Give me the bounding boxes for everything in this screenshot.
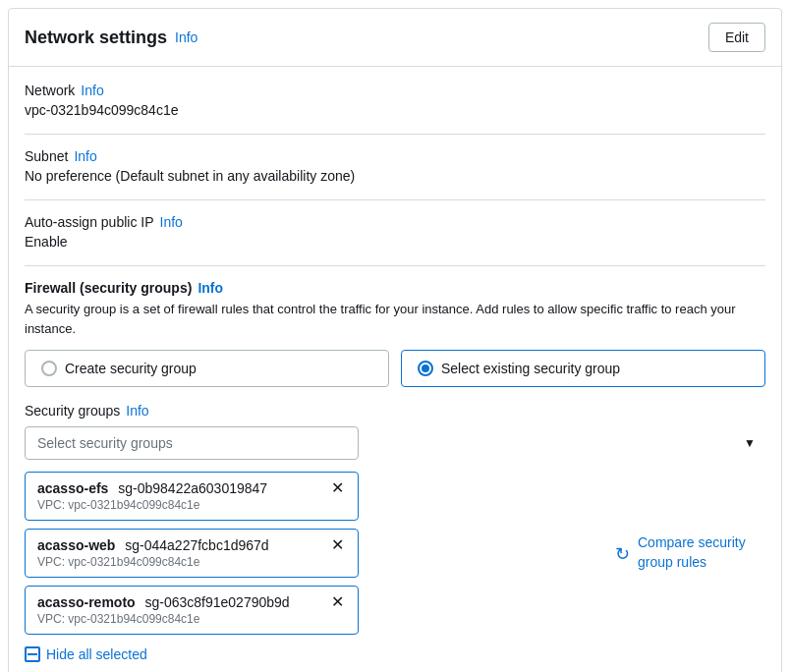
sg-name-id: acasso-web sg-044a227fcbc1d967d: [37, 537, 269, 553]
sg-name-3: acasso-remoto: [37, 594, 136, 610]
svg-rect-0: [28, 653, 37, 655]
select-security-group-option[interactable]: Select existing security group: [401, 350, 765, 387]
sg-item-row: acasso-web sg-044a227fcbc1d967d ✕: [37, 537, 346, 553]
subnet-field: Subnet Info No preference (Default subne…: [25, 148, 765, 184]
sg-item-row: acasso-efs sg-0b98422a603019847 ✕: [37, 480, 346, 496]
security-groups-info-link[interactable]: Info: [126, 403, 148, 419]
edit-button[interactable]: Edit: [708, 23, 765, 52]
security-groups-label: Security groups Info: [25, 403, 765, 419]
network-value: vpc-0321b94c099c84c1e: [25, 102, 765, 118]
sg-remove-button-2[interactable]: ✕: [329, 537, 346, 553]
compare-security-group-rules-link[interactable]: Compare security group rules: [638, 533, 765, 572]
sg-id-2: sg-044a227fcbc1d967d: [125, 537, 268, 553]
radio-group: Create security group Select existing se…: [25, 350, 765, 387]
hide-all-selected-link[interactable]: Hide all selected: [25, 646, 765, 662]
auto-assign-value: Enable: [25, 234, 765, 250]
sg-id-1: sg-0b98422a603019847: [118, 480, 267, 496]
subnet-value: No preference (Default subnet in any ava…: [25, 168, 765, 184]
create-radio-circle: [41, 361, 57, 376]
sg-id-3: sg-063c8f91e02790b9d: [144, 594, 289, 610]
section-body: Network Info vpc-0321b94c099c84c1e Subne…: [9, 67, 781, 672]
section-title: Network settings Info: [25, 28, 198, 48]
hide-all-label: Hide all selected: [46, 646, 147, 662]
sg-remove-button-1[interactable]: ✕: [329, 480, 346, 496]
subnet-info-link[interactable]: Info: [74, 148, 96, 164]
network-settings-section: Network settings Info Edit Network Info …: [8, 8, 782, 672]
create-security-group-option[interactable]: Create security group: [25, 350, 389, 387]
firewall-label: Firewall (security groups) Info: [25, 280, 765, 296]
sg-name-id: acasso-remoto sg-063c8f91e02790b9d: [37, 594, 290, 610]
auto-assign-ip-field: Auto-assign public IP Info Enable: [25, 214, 765, 250]
firewall-description: A security group is a set of firewall ru…: [25, 300, 765, 338]
hide-icon: [25, 646, 40, 662]
sg-name-1: acasso-efs: [37, 480, 108, 496]
network-label: Network Info: [25, 83, 765, 98]
sg-name-2: acasso-web: [37, 537, 115, 553]
square-icon: [28, 649, 37, 659]
auto-assign-label: Auto-assign public IP Info: [25, 214, 765, 230]
subnet-label: Subnet Info: [25, 148, 765, 164]
page-title: Network settings: [25, 28, 167, 48]
firewall-info-link[interactable]: Info: [198, 280, 223, 296]
select-radio-label: Select existing security group: [441, 361, 620, 376]
sg-vpc-1: VPC: vpc-0321b94c099c84c1e: [37, 498, 346, 512]
security-groups-area: acasso-efs sg-0b98422a603019847 ✕ VPC: v…: [25, 472, 765, 635]
auto-assign-info-link[interactable]: Info: [160, 214, 183, 230]
network-field: Network Info vpc-0321b94c099c84c1e: [25, 83, 765, 118]
sg-vpc-2: VPC: vpc-0321b94c099c84c1e: [37, 555, 346, 569]
firewall-section: Firewall (security groups) Info A securi…: [25, 280, 765, 662]
network-settings-info-link[interactable]: Info: [175, 29, 198, 45]
chevron-down-icon: ▼: [744, 436, 756, 450]
security-group-item: acasso-web sg-044a227fcbc1d967d ✕ VPC: v…: [25, 529, 359, 578]
network-info-link[interactable]: Info: [81, 83, 103, 98]
security-group-item: acasso-efs sg-0b98422a603019847 ✕ VPC: v…: [25, 472, 359, 521]
refresh-icon: ↻: [615, 543, 630, 565]
security-groups-select-wrapper: Select security groups ▼: [25, 426, 765, 460]
section-header: Network settings Info Edit: [9, 9, 781, 67]
sg-item-row: acasso-remoto sg-063c8f91e02790b9d ✕: [37, 594, 346, 610]
security-group-item: acasso-remoto sg-063c8f91e02790b9d ✕ VPC…: [25, 586, 359, 635]
sg-remove-button-3[interactable]: ✕: [329, 594, 346, 610]
security-groups-select[interactable]: Select security groups: [25, 426, 359, 460]
select-radio-circle: [418, 361, 433, 376]
create-radio-label: Create security group: [65, 361, 197, 376]
compare-area: ↻ Compare security group rules: [615, 533, 765, 572]
sg-name-id: acasso-efs sg-0b98422a603019847: [37, 480, 267, 496]
sg-vpc-3: VPC: vpc-0321b94c099c84c1e: [37, 612, 346, 626]
